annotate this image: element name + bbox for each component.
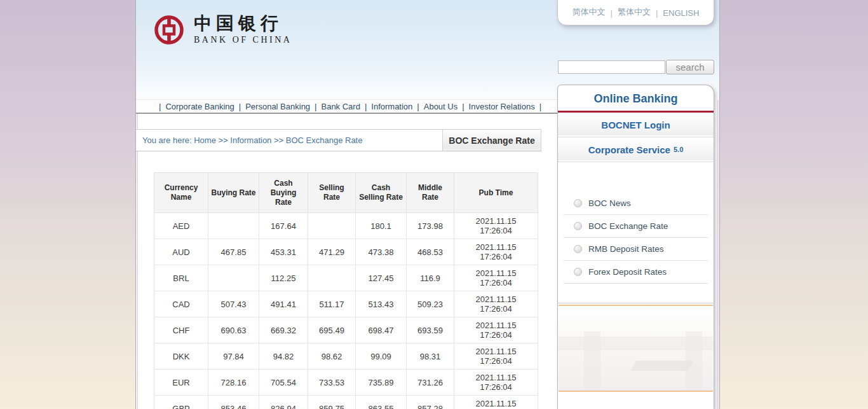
- search-button[interactable]: search: [666, 60, 714, 74]
- middle-rate-cell: 468.53: [407, 239, 454, 265]
- buying-rate-cell: 507.43: [208, 291, 259, 317]
- boc-logo[interactable]: 中国银行 BANK OF CHINA: [154, 14, 292, 45]
- logo-english: BANK OF CHINA: [194, 35, 292, 45]
- bocnet-login-button[interactable]: BOCNET Login: [558, 113, 714, 137]
- pub-time-line: 17:26:04: [456, 356, 536, 366]
- boc-emblem-icon: [154, 15, 184, 45]
- cash-buying-rate-cell: 453.31: [259, 239, 308, 265]
- cash-selling-rate-cell: 99.09: [356, 343, 407, 370]
- nav-separator: |: [462, 102, 464, 111]
- pub-time-line: 17:26:04: [456, 304, 536, 314]
- table-row: DKK97.8494.8298.6299.0998.312021.11.1517…: [154, 343, 538, 370]
- language-link[interactable]: ENGLISH: [663, 8, 699, 18]
- sidebar-item-boc-news[interactable]: BOC News: [564, 192, 708, 215]
- nav-separator: |: [417, 102, 419, 111]
- tab-boc-exchange-rate[interactable]: BOC Exchange Rate: [442, 130, 541, 151]
- cash-buying-rate-cell: 826.94: [259, 396, 308, 409]
- buying-rate-cell: [208, 213, 259, 239]
- exchange-rate-table: Currency NameBuying RateCash Buying Rate…: [154, 172, 538, 409]
- sidebar-item-label: BOC Exchange Rate: [588, 221, 668, 231]
- table-row: AED167.64180.1173.982021.11.1517:26:04: [154, 213, 538, 239]
- sidebar-item-forex-deposit-rates[interactable]: Forex Deposit Rates: [564, 261, 708, 284]
- header-row: Currency NameBuying RateCash Buying Rate…: [154, 173, 538, 213]
- nav-item-information[interactable]: Information: [371, 102, 412, 111]
- banner-shape: [584, 331, 600, 391]
- pub-time-cell: 2021.11.1517:26:04: [454, 239, 538, 265]
- button-label: Corporate Service: [588, 144, 670, 155]
- table-row: GBP853.46826.94859.75863.55857.282021.11…: [154, 396, 538, 409]
- sidebar-item-label: RMB Deposit Rates: [588, 244, 664, 254]
- nav-item-personal-banking[interactable]: Personal Banking: [245, 102, 310, 111]
- sidebar-divider: [558, 303, 714, 303]
- sidebar-menu: BOC NewsBOC Exchange RateRMB Deposit Rat…: [564, 192, 708, 284]
- selling-rate-cell: 733.53: [308, 370, 356, 396]
- selling-rate-cell: [308, 213, 356, 239]
- sidebar: Online Banking BOCNET LoginCorporate Ser…: [557, 85, 714, 409]
- rate-table-body: AED167.64180.1173.982021.11.1517:26:04AU…: [154, 213, 538, 409]
- pub-time-cell: 2021.11.1517:26:04: [454, 265, 538, 291]
- pub-time-cell: 2021.11.1517:26:04: [454, 213, 538, 239]
- sidebar-item-label: Forex Deposit Rates: [588, 267, 667, 277]
- pub-time-line: 17:26:04: [456, 330, 536, 340]
- pub-time-line: 17:26:04: [456, 382, 536, 392]
- breadcrumb-band: You are here: Home >> Information >> BOC…: [136, 129, 541, 151]
- currency-cell: BRL: [154, 265, 208, 291]
- sidebar-item-boc-exchange-rate[interactable]: BOC Exchange Rate: [564, 215, 708, 238]
- middle-rate-cell: 98.31: [407, 343, 454, 370]
- middle-rate-cell: 731.26: [407, 370, 454, 396]
- nav-item-corporate-banking[interactable]: Corporate Banking: [165, 102, 234, 111]
- breadcrumb-current: BOC Exchange Rate: [286, 135, 363, 145]
- cash-buying-rate-cell: 491.41: [259, 291, 308, 317]
- page: 中国银行 BANK OF CHINA |Corporate Banking|Pe…: [0, 0, 868, 409]
- currency-cell: CAD: [154, 291, 208, 317]
- language-link[interactable]: 简体中文: [573, 6, 606, 18]
- nav-item-about-us[interactable]: About Us: [424, 102, 458, 111]
- sidebar-item-rmb-deposit-rates[interactable]: RMB Deposit Rates: [564, 238, 708, 261]
- buying-rate-cell: 97.84: [208, 343, 259, 370]
- pub-time-cell: 2021.11.1517:26:04: [454, 370, 538, 396]
- pub-date-line: 2021.11.15: [456, 347, 536, 356]
- breadcrumb-separator: >>: [216, 135, 230, 145]
- cash-buying-rate-cell: 705.54: [259, 370, 308, 396]
- selling-rate-cell: 471.29: [308, 239, 356, 265]
- breadcrumb-link-information[interactable]: Information: [230, 135, 271, 145]
- cash-buying-rate-cell: 167.64: [259, 213, 308, 239]
- column-header-cash-selling-rate: Cash Selling Rate: [356, 173, 407, 213]
- middle-rate-cell: 116.9: [407, 265, 454, 291]
- column-header-buying-rate: Buying Rate: [208, 173, 259, 213]
- promo-banner-image[interactable]: [559, 305, 713, 392]
- buying-rate-cell: 728.16: [208, 370, 259, 396]
- breadcrumb: You are here: Home >> Information >> BOC…: [142, 130, 362, 151]
- bullet-icon: [574, 222, 582, 230]
- nav-separator: |: [365, 102, 367, 111]
- cash-selling-rate-cell: 698.47: [356, 317, 407, 343]
- pub-time-cell: 2021.11.1517:26:04: [454, 396, 538, 409]
- logo-chinese: 中国银行: [194, 14, 292, 33]
- nav-item-bank-card[interactable]: Bank Card: [321, 102, 360, 111]
- column-header-currency-name: Currency Name: [154, 173, 208, 213]
- cash-buying-rate-cell: 669.32: [259, 317, 308, 343]
- pub-date-line: 2021.11.15: [456, 373, 536, 382]
- corporate-service-button[interactable]: Corporate Service5.0: [558, 137, 714, 162]
- sidebar-title: Online Banking: [558, 92, 714, 106]
- table-row: AUD467.85453.31471.29473.38468.532021.11…: [154, 239, 538, 265]
- pub-date-line: 2021.11.15: [456, 268, 536, 278]
- rate-table-head: Currency NameBuying RateCash Buying Rate…: [154, 173, 538, 213]
- buying-rate-cell: 853.46: [208, 396, 259, 409]
- middle-rate-cell: 173.98: [407, 213, 454, 239]
- nav-divider: [136, 113, 558, 114]
- nav-item-investor-relations[interactable]: Investor Relations: [469, 102, 535, 111]
- nav-separator: |: [239, 102, 241, 111]
- language-link[interactable]: 繁体中文: [618, 6, 651, 18]
- currency-cell: GBP: [154, 396, 208, 409]
- table-row: EUR728.16705.54733.53735.89731.262021.11…: [154, 370, 538, 396]
- selling-rate-cell: 511.17: [308, 291, 356, 317]
- pub-date-line: 2021.11.15: [456, 399, 536, 408]
- pub-time-line: 17:26:04: [456, 278, 536, 288]
- search-input[interactable]: [558, 60, 665, 74]
- pub-time-cell: 2021.11.1517:26:04: [454, 343, 538, 370]
- breadcrumb-link-home[interactable]: Home: [194, 135, 216, 145]
- selling-rate-cell: 98.62: [308, 343, 356, 370]
- button-suffix: 5.0: [674, 146, 683, 153]
- column-header-cash-buying-rate: Cash Buying Rate: [259, 173, 308, 213]
